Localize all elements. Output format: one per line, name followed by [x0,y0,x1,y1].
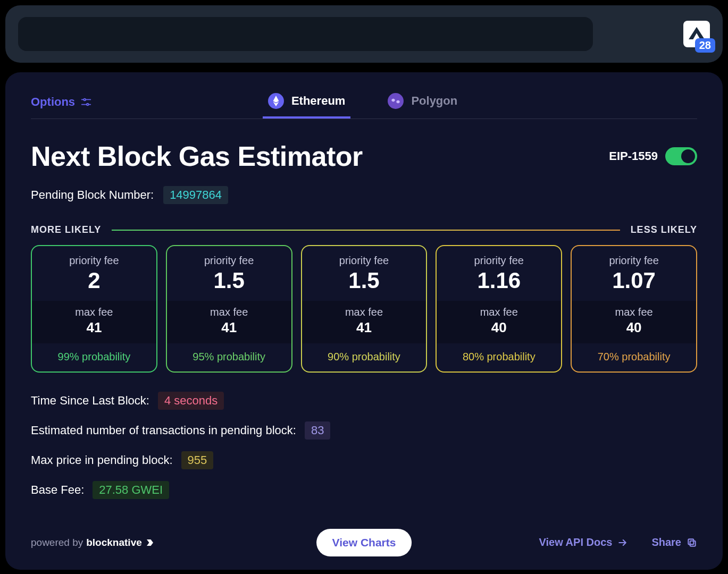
share-label: Share [651,536,681,548]
powered-by: powered by blocknative [31,537,155,548]
pending-block-label: Pending Block Number: [31,188,154,202]
max-fee-value: 40 [576,319,692,336]
less-likely-label: LESS LIKELY [631,224,697,235]
svg-rect-4 [690,541,696,546]
max-fee-label: max fee [36,306,152,318]
avatar-wrap: 28 [683,21,710,47]
probability-label: 90% probability [302,343,426,372]
priority-fee-value: 1.07 [576,268,692,293]
eip-toggle[interactable] [665,147,697,165]
max-fee-value: 41 [171,319,287,336]
probability-label: 99% probability [32,343,156,372]
topbar: 28 [5,5,723,63]
priority-fee-label: priority fee [441,255,557,267]
arrow-right-icon [617,537,628,548]
tab-ethereum[interactable]: Ethereum [263,85,350,119]
more-likely-label: MORE LIKELY [31,224,101,235]
options-label: Options [31,95,75,109]
priority-fee-value: 1.5 [306,268,422,293]
gas-cards: priority fee 2 max fee 41 99% probabilit… [31,245,697,373]
priority-fee-label: priority fee [576,255,692,267]
base-fee-value: 27.58 GWEI [93,481,169,499]
powered-prefix: powered by [31,537,83,548]
pending-block-value: 14997864 [163,186,228,204]
svg-rect-5 [688,539,693,544]
max-price-label: Max price in pending block: [31,453,173,467]
title-row: Next Block Gas Estimator EIP-1559 [31,140,697,172]
tx-count-label: Estimated number of transactions in pend… [31,424,296,437]
tabs-row: Options Ethereum Polygon [31,85,697,119]
share-link[interactable]: Share [651,536,697,548]
info-block: Time Since Last Block: 4 seconds Estimat… [31,392,697,499]
gas-card[interactable]: priority fee 2 max fee 41 99% probabilit… [31,245,157,373]
copy-icon [687,537,697,548]
gas-card[interactable]: priority fee 1.07 max fee 40 70% probabi… [571,245,697,373]
gas-card[interactable]: priority fee 1.5 max fee 41 95% probabil… [166,245,292,373]
tx-count-row: Estimated number of transactions in pend… [31,421,697,440]
tab-polygon[interactable]: Polygon [382,85,463,119]
tab-label: Ethereum [291,94,345,108]
max-fee-label: max fee [576,306,692,318]
max-fee-value: 40 [441,319,557,336]
max-price-row: Max price in pending block: 955 [31,451,697,469]
probability-label: 70% probability [572,343,696,372]
blocknative-icon [145,538,155,547]
priority-fee-label: priority fee [171,255,287,267]
priority-fee-label: priority fee [306,255,422,267]
probability-label: 95% probability [167,343,291,372]
footer: powered by blocknative View Charts View … [31,536,697,548]
polygon-icon [388,93,404,109]
base-fee-label: Base Fee: [31,483,84,497]
max-fee-label: max fee [171,306,287,318]
max-fee-label: max fee [306,306,422,318]
page-title: Next Block Gas Estimator [31,140,363,172]
priority-fee-value: 2 [36,268,152,293]
view-charts-button[interactable]: View Charts [316,529,412,556]
ethereum-icon [268,93,284,109]
probability-label: 80% probability [437,343,561,372]
max-fee-value: 41 [306,319,422,336]
eip-toggle-wrap: EIP-1559 [609,147,697,165]
priority-fee-value: 1.5 [171,268,287,293]
priority-fee-label: priority fee [36,255,152,267]
likelihood-gradient [112,230,620,231]
max-fee-value: 41 [36,319,152,336]
tx-count-value: 83 [305,421,330,440]
gas-card[interactable]: priority fee 1.16 max fee 40 80% probabi… [436,245,562,373]
search-input[interactable] [18,17,593,51]
likelihood-scale: MORE LIKELY LESS LIKELY [31,224,697,235]
chain-tabs: Ethereum Polygon [92,85,633,119]
tab-label: Polygon [411,94,457,108]
eip-label: EIP-1559 [609,149,658,163]
time-since-label: Time Since Last Block: [31,394,149,408]
gas-estimator-panel: Options Ethereum Polygon [5,72,723,570]
svg-point-1 [84,98,86,100]
api-docs-label: View API Docs [539,536,613,548]
base-fee-row: Base Fee: 27.58 GWEI [31,481,697,499]
pending-block-row: Pending Block Number: 14997864 [31,186,697,204]
powered-brand: blocknative [86,537,142,548]
sliders-icon [80,96,92,108]
max-fee-label: max fee [441,306,557,318]
priority-fee-value: 1.16 [441,268,557,293]
options-button[interactable]: Options [31,95,92,109]
max-price-value: 955 [181,451,214,469]
time-since-value: 4 seconds [158,392,224,410]
svg-point-3 [87,103,89,105]
time-since-row: Time Since Last Block: 4 seconds [31,392,697,410]
view-api-docs-link[interactable]: View API Docs [539,536,629,548]
notification-badge: 28 [695,38,715,53]
gas-card[interactable]: priority fee 1.5 max fee 41 90% probabil… [301,245,428,373]
